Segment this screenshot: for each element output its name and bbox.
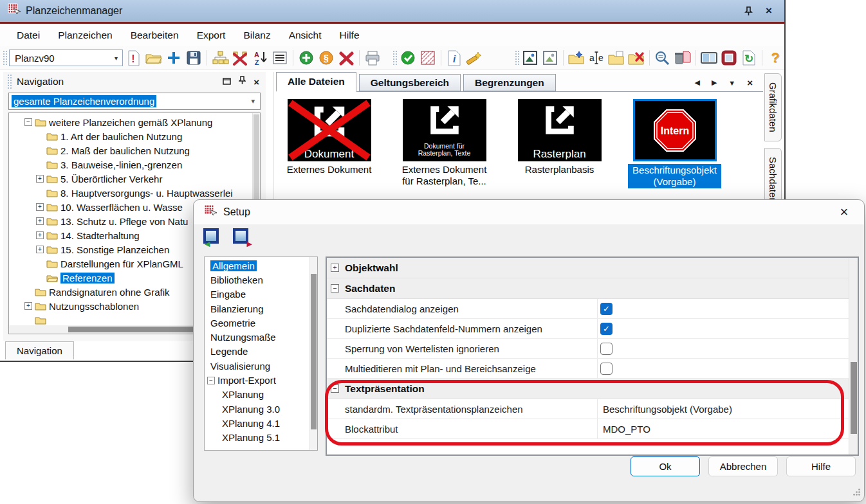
float-window-icon[interactable] [223, 76, 231, 87]
save-icon[interactable] [185, 49, 203, 67]
sort-az-icon[interactable]: AZ [251, 49, 269, 67]
menu-ansicht[interactable]: Ansicht [280, 30, 331, 41]
menu-bearbeiten[interactable]: Bearbeiten [122, 30, 188, 41]
delete-icon[interactable] [337, 49, 355, 67]
red-frame-icon[interactable] [720, 49, 738, 67]
folder-delete-icon[interactable] [627, 49, 645, 67]
tab-begrenzungen[interactable]: Begrenzungen [463, 74, 556, 91]
add-entry-icon[interactable] [297, 49, 315, 67]
menu-bilanz[interactable]: Bilanz [234, 30, 279, 41]
window-panes-icon[interactable] [700, 49, 718, 67]
check-green-icon[interactable] [399, 49, 417, 67]
new-document-icon[interactable]: ! [125, 49, 143, 67]
print-icon[interactable] [364, 49, 382, 67]
tab-grafikdaten[interactable]: Grafikdaten [764, 73, 782, 141]
bilanz-paragraph-icon[interactable]: § [317, 49, 335, 67]
tab-geltungsbereich[interactable]: Geltungsbereich [359, 74, 461, 91]
group-textpraesentation[interactable]: −Textpräsentation [327, 379, 858, 399]
tile-rasterplanbasis[interactable]: Rasterplan [518, 99, 602, 161]
gallery-item[interactable]: Dokument für Rasterplan, Texte Externes … [395, 99, 493, 188]
list-icon[interactable] [271, 49, 289, 67]
menu-datei[interactable]: Datei [8, 30, 49, 41]
setting-value[interactable]: MDO_PTO [603, 424, 650, 435]
import-settings-icon[interactable]: ◀ [203, 228, 223, 248]
profile-combobox[interactable]: Planzv90▾ [9, 50, 123, 66]
toolbar-grip-2[interactable] [392, 50, 397, 66]
navigation-bottom-tab[interactable]: Navigation [5, 341, 74, 359]
panel-grip[interactable] [7, 74, 12, 89]
category-xplanung-30[interactable]: XPlanung 3.0 [205, 402, 317, 416]
category-visualisierung[interactable]: Visualisierung [205, 359, 317, 373]
group-sachdaten[interactable]: −Sachdaten [327, 278, 858, 299]
tree-item[interactable]: +5. Überörtlicher Verkehr [9, 172, 260, 186]
folder-copy-icon[interactable] [607, 49, 625, 67]
tab-alle-dateien[interactable]: Alle Dateien [276, 72, 356, 92]
tile-externes-dokument-raster[interactable]: Dokument für Rasterplan, Texte [403, 99, 486, 161]
tile-beschriftungsobjekt[interactable]: Intern [633, 99, 717, 161]
gallery-item[interactable]: Dokument Externes Dokument [280, 99, 378, 188]
gallery-item[interactable]: Rasterplan Rasterplanbasis [510, 99, 609, 188]
tab-list-icon[interactable]: ▼ [728, 79, 735, 87]
open-folder-icon[interactable] [145, 49, 163, 67]
category-nutzungsmasse[interactable]: Nutzungsmaße [205, 330, 317, 344]
purge-page-icon[interactable] [674, 49, 692, 67]
close-icon[interactable]: × [834, 204, 854, 221]
scroll-left-icon[interactable]: ◀ [694, 78, 699, 87]
tree-item[interactable]: 8. Hauptversorgungs- u. Hauptwasserlei [9, 186, 260, 200]
rename-attribute-icon[interactable]: ae [587, 49, 605, 67]
checkbox-checked[interactable]: ✓ [600, 303, 613, 315]
refresh-document-icon[interactable]: ↻ [740, 49, 758, 67]
hilfe-button[interactable]: Hilfe [786, 456, 856, 476]
category-bibliotheken[interactable]: Bibliotheken [205, 273, 317, 287]
folder-new-icon[interactable] [567, 49, 585, 67]
checkbox-unchecked[interactable] [600, 363, 613, 375]
export-settings-icon[interactable]: ▶ [232, 228, 253, 248]
pin-icon[interactable] [741, 3, 756, 19]
category-xplanung[interactable]: XPlanung [205, 388, 317, 402]
hatch-pattern-icon[interactable] [419, 49, 437, 67]
close-icon[interactable]: × [253, 76, 259, 87]
image-preview-icon[interactable] [521, 49, 539, 67]
scroll-right-icon[interactable]: ▶ [712, 78, 717, 87]
category-legende[interactable]: Legende [205, 345, 317, 359]
wand-icon[interactable] [465, 49, 483, 67]
category-scrollbar[interactable] [309, 257, 317, 450]
category-geometrie[interactable]: Geometrie [205, 316, 317, 330]
structure-icon[interactable] [211, 49, 229, 67]
checkbox-unchecked[interactable] [600, 343, 613, 355]
add-planzeichen-icon[interactable] [165, 49, 183, 67]
resize-grip[interactable] [852, 487, 861, 499]
menu-planzeichen[interactable]: Planzeichen [49, 30, 121, 41]
setting-value[interactable]: Beschriftungsobjekt (Vorgabe) [603, 404, 732, 415]
tree-item[interactable]: 3. Bauweise,-linien,-grenzen [9, 158, 260, 172]
gallery-item-selected[interactable]: Intern Beschriftungsobjekt (Vorgabe) [625, 99, 724, 188]
category-import-export[interactable]: −Import-Export [205, 373, 317, 387]
category-allgemein[interactable]: Allgemein [205, 258, 317, 273]
pin-icon[interactable] [239, 76, 246, 87]
image-frame-icon[interactable] [541, 49, 559, 67]
checkbox-checked[interactable]: ✓ [600, 323, 613, 335]
menu-export[interactable]: Export [188, 30, 235, 41]
category-xplanung-51[interactable]: XPlanung 5.1 [205, 431, 317, 445]
tree-item[interactable]: 1. Art der baulichen Nutzung [9, 129, 260, 143]
ok-button[interactable]: Ok [631, 456, 700, 476]
close-tab-icon[interactable]: × [747, 77, 753, 88]
tile-externes-dokument[interactable]: Dokument [288, 99, 371, 161]
menu-hilfe[interactable]: Hilfe [331, 30, 369, 41]
info-document-icon[interactable]: i [445, 49, 463, 67]
toolbar-grip[interactable] [3, 50, 7, 66]
category-bilanzierung[interactable]: Bilanzierung [205, 302, 317, 316]
category-xplanung-41[interactable]: XPlanung 4.1 [205, 416, 317, 430]
toolbar-grip-3[interactable] [515, 50, 519, 66]
grid-scrollbar[interactable] [849, 258, 858, 455]
category-eingabe[interactable]: Eingabe [205, 287, 317, 302]
abbrechen-button[interactable]: Abbrechen [708, 456, 778, 476]
tree-item[interactable]: −weitere Planzeichen gemäß XPlanung [9, 115, 260, 129]
find-text-icon[interactable] [654, 49, 672, 67]
group-objektwahl[interactable]: +Objektwahl [327, 258, 858, 278]
help-icon[interactable]: ? [766, 49, 784, 67]
tree-filter-combobox[interactable]: gesamte Planzeichenverordnung ▾ [8, 93, 261, 110]
tree-item[interactable]: 2. Maß der baulichen Nutzung [9, 143, 260, 158]
delete-structure-icon[interactable] [231, 49, 249, 67]
close-icon[interactable]: × [761, 3, 777, 19]
